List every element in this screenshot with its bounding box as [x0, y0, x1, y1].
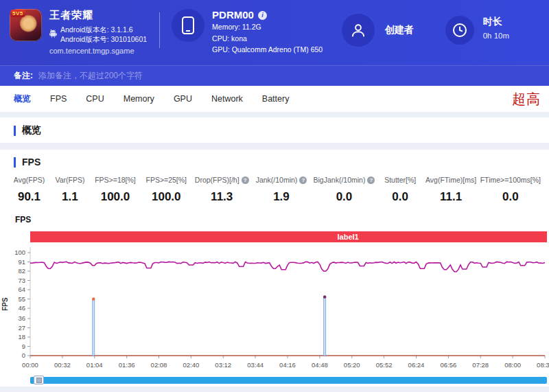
game-app-icon: 5V5	[10, 9, 42, 41]
chart-axis-title: FPS	[15, 215, 549, 224]
x-tick-label: 02:08	[151, 361, 167, 369]
tab-fps[interactable]: FPS	[50, 94, 67, 104]
tab-memory[interactable]: Memory	[124, 94, 154, 104]
chart-scrollbar-track[interactable]	[30, 377, 547, 384]
quality-tag: 超高	[512, 90, 541, 108]
x-tick-label: 07:28	[472, 361, 489, 369]
stat-value: 0.0	[311, 190, 377, 204]
fps-section: FPS Avg(FPS)90.1Var(FPS)1.1FPS>=18[%]100…	[0, 150, 549, 387]
drop-spike-tip	[92, 297, 95, 300]
stat-value: 1.9	[252, 190, 311, 204]
tab-cpu[interactable]: CPU	[86, 94, 104, 104]
overview-section: 概览	[0, 117, 549, 143]
tab-network[interactable]: Network	[211, 94, 243, 104]
stat-value: 0.0	[479, 190, 542, 204]
stat-avg-ftime-ms: Avg(FTime)[ms]11.1	[423, 176, 478, 204]
duration-block: 时长 0h 10m	[445, 16, 509, 45]
creator-block: 创建者	[342, 14, 414, 47]
stat-value: 11.3	[191, 190, 252, 204]
x-tick-label: 04:16	[279, 361, 296, 369]
notes-input[interactable]: 备注: 添加备注，不超过200个字符	[0, 65, 549, 86]
session-header: 5V5 王者荣耀 Android版本名: 3.1.1.6 Android版本号:…	[0, 0, 549, 65]
drop-spike	[93, 299, 95, 356]
section-accent-bar	[14, 126, 16, 136]
stat-label: Jank(/10min)	[256, 176, 298, 184]
x-tick-label: 03:44	[247, 361, 264, 369]
duration-label: 时长	[483, 16, 509, 28]
chart-scrollbar-handle[interactable]	[34, 376, 44, 384]
stat-value: 90.1	[8, 190, 50, 204]
fps-line-series	[30, 262, 545, 271]
fps-chart[interactable]: 10091827364554636271890FPS00:0000:3201:0…	[0, 244, 549, 375]
stat-label: FTime>=100ms[%]	[480, 176, 541, 184]
x-tick-label: 03:12	[215, 361, 231, 369]
device-name: PDRM00	[212, 9, 254, 21]
stat-value: 11.1	[423, 190, 478, 204]
stat-label: Var(FPS)	[55, 176, 84, 184]
y-tick-label: 100	[14, 249, 25, 256]
stat-label: Avg(FTime)[ms]	[425, 176, 476, 184]
stat-value: 100.0	[141, 190, 191, 204]
stat-label: Avg(FPS)	[14, 176, 45, 184]
clock-icon	[445, 16, 474, 45]
stat-value: 0.0	[377, 190, 423, 204]
overview-section-title: 概览	[22, 124, 41, 137]
stat-avg-fps: Avg(FPS)90.1	[8, 176, 50, 204]
x-tick-label: 02:40	[183, 361, 199, 369]
game-title: 王者荣耀	[49, 9, 147, 22]
game-info: 王者荣耀 Android版本名: 3.1.1.6 Android版本号: 301…	[49, 9, 147, 55]
stat-fps-25: FPS>=25[%]100.0	[141, 176, 191, 204]
y-tick-label: 36	[18, 314, 25, 322]
game-package: com.tencent.tmgp.sgame	[49, 47, 147, 55]
drop-spike	[324, 297, 326, 356]
device-gpu: GPU: Qualcomm Adreno (TM) 650	[212, 44, 323, 56]
y-tick-label: 9	[22, 343, 25, 350]
android-icon	[49, 28, 57, 41]
y-tick-label: 27	[18, 324, 25, 332]
android-version-code: Android版本号: 301010601	[60, 34, 147, 44]
tab-gpu[interactable]: GPU	[174, 94, 192, 104]
y-tick-label: 82	[18, 267, 25, 275]
x-tick-label: 06:24	[408, 361, 425, 369]
x-tick-label: 05:20	[344, 361, 360, 369]
y-axis-label: FPS	[1, 297, 9, 311]
drop-spike-tip	[323, 295, 326, 298]
stat-jank-10min: Jank(/10min)?1.9	[252, 176, 311, 204]
tab-概览[interactable]: 概览	[14, 93, 31, 105]
stat-info-icon[interactable]: ?	[299, 176, 307, 184]
y-tick-label: 73	[18, 277, 25, 284]
x-tick-label: 08:32	[537, 361, 549, 369]
stat-label: FPS>=25[%]	[145, 176, 187, 184]
x-tick-label: 04:48	[312, 361, 328, 369]
stat-var-fps: Var(FPS)1.1	[50, 176, 90, 204]
user-icon	[342, 14, 375, 47]
y-tick-label: 91	[18, 258, 25, 266]
creator-label: 创建者	[385, 24, 414, 36]
device-cpu: CPU: kona	[212, 33, 323, 45]
stat-label: Drop(FPS)[/h]	[195, 176, 240, 184]
stat-info-icon[interactable]: ?	[367, 176, 375, 184]
device-info: PDRM00 i Memory: 11.2G CPU: kona GPU: Qu…	[172, 9, 323, 56]
stat-value: 100.0	[90, 190, 141, 204]
stat-ftime-100ms: FTime>=100ms[%]0.0	[479, 176, 542, 204]
device-memory: Memory: 11.2G	[212, 21, 323, 33]
fps-stats-row: Avg(FPS)90.1Var(FPS)1.1FPS>=18[%]100.0FP…	[0, 174, 549, 204]
fps-section-title: FPS	[22, 157, 40, 168]
y-tick-label: 64	[18, 286, 25, 293]
header-divider	[159, 12, 160, 48]
x-tick-label: 00:00	[22, 361, 38, 369]
tab-battery[interactable]: Battery	[262, 94, 290, 104]
duration-value: 0h 10m	[483, 32, 509, 40]
x-tick-label: 05:52	[376, 361, 393, 369]
tab-bar: 概览FPSCPUMemoryGPUNetworkBattery 超高	[0, 86, 549, 112]
chart-label-banner[interactable]: label1	[30, 231, 547, 242]
stat-info-icon[interactable]: ?	[242, 176, 249, 184]
x-tick-label: 00:32	[54, 361, 71, 369]
x-tick-label: 06:56	[440, 361, 456, 369]
y-tick-label: 0	[22, 351, 25, 359]
y-tick-label: 46	[18, 304, 25, 312]
y-tick-label: 18	[18, 333, 25, 341]
notes-placeholder: 添加备注，不超过200个字符	[38, 70, 143, 82]
stat-label: BigJank(/10min)	[314, 176, 366, 184]
device-info-icon[interactable]: i	[258, 11, 267, 20]
